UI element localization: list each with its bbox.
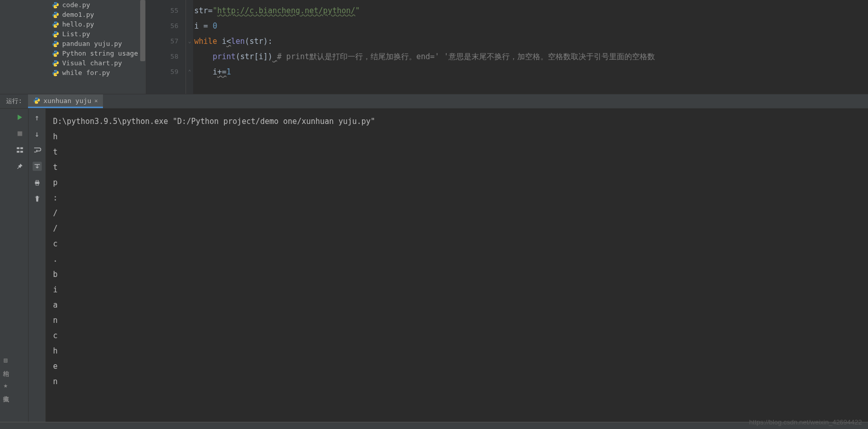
console-line: n	[53, 374, 868, 389]
console-line: :	[53, 190, 868, 206]
svg-rect-24	[36, 181, 38, 182]
svg-point-13	[56, 65, 57, 65]
favorites-tool-button[interactable]: ★ 收藏夹	[2, 381, 10, 391]
console-line: b	[53, 267, 868, 282]
layout-icon[interactable]	[15, 145, 24, 155]
line-number: 58	[146, 49, 178, 64]
console-line: a	[53, 297, 868, 313]
tree-file-item[interactable]: Python string usage method	[11, 48, 146, 58]
tree-file-item[interactable]: while for.py	[11, 68, 146, 78]
run-tab-label: xunhuan yuju	[43, 97, 91, 105]
tree-file-item[interactable]: hello.py	[11, 19, 146, 29]
console-line: p	[53, 175, 868, 190]
svg-rect-19	[16, 147, 19, 149]
scroll-to-end-icon[interactable]	[33, 162, 42, 171]
svg-point-2	[55, 12, 55, 13]
console-line: /	[53, 221, 868, 236]
code-line[interactable]: i = 0	[194, 18, 868, 34]
svg-rect-22	[20, 151, 22, 153]
console-section: ▤ 结构 ★ 收藏夹 ↑ ↓	[0, 109, 868, 422]
fold-marker[interactable]: ⌄	[186, 34, 193, 49]
console-line: e	[53, 359, 868, 374]
line-number: 55	[146, 3, 178, 18]
tree-file-label: hello.py	[62, 20, 94, 28]
fold-marker[interactable]: ⌃	[186, 64, 193, 80]
svg-point-6	[55, 32, 55, 32]
console-line: D:\python3.9.5\python.exe "D:/Python pro…	[53, 114, 868, 129]
code-line[interactable]: print(str[i]) # print默认是打印一行，结尾加换行。end='…	[194, 49, 868, 64]
close-icon[interactable]: ✕	[94, 97, 98, 104]
svg-rect-21	[16, 151, 19, 153]
line-number-gutter: 5556575859	[146, 0, 186, 94]
svg-point-11	[56, 55, 57, 56]
tree-file-item[interactable]: demo1.py	[11, 10, 146, 19]
python-file-icon	[33, 97, 40, 104]
up-arrow-icon[interactable]: ↑	[33, 113, 42, 122]
console-line: c	[53, 236, 868, 251]
svg-point-15	[56, 74, 57, 75]
python-file-icon	[52, 40, 59, 47]
svg-point-9	[56, 45, 57, 46]
console-line: /	[53, 206, 868, 221]
left-vertical-toolbar-bottom: ▤ 结构 ★ 收藏夹	[0, 109, 11, 422]
down-arrow-icon[interactable]: ↓	[33, 129, 42, 138]
trash-icon[interactable]	[33, 194, 42, 204]
python-file-icon	[52, 2, 59, 9]
svg-point-8	[55, 41, 55, 42]
code-line[interactable]: i+=1	[194, 64, 868, 80]
code-editor[interactable]: 5556575859 ⌄⌃ str="http://c.biancheng.ne…	[146, 0, 868, 94]
tree-file-label: code.py	[62, 1, 90, 9]
python-file-icon	[52, 50, 59, 57]
watermark-text: https://blog.csdn.net/weixin_42694422	[749, 418, 862, 426]
python-file-icon	[52, 11, 59, 18]
stop-icon[interactable]	[15, 129, 24, 138]
code-line[interactable]: str="http://c.biancheng.net/python/"	[194, 3, 868, 18]
svg-point-4	[55, 22, 55, 22]
console-line: i	[53, 282, 868, 297]
fold-marker	[186, 49, 193, 64]
fold-gutter[interactable]: ⌄⌃	[186, 0, 193, 94]
python-file-icon	[52, 31, 59, 38]
python-file-icon	[52, 21, 59, 28]
fold-marker	[186, 18, 193, 34]
tree-file-item[interactable]: panduan yuju.py	[11, 39, 146, 48]
console-line: n	[53, 313, 868, 328]
line-number: 56	[146, 18, 178, 34]
console-line: t	[53, 144, 868, 160]
tree-scrollbar[interactable]	[140, 0, 146, 71]
tree-file-label: Visual chart.py	[62, 59, 122, 67]
soft-wrap-icon[interactable]	[33, 145, 42, 155]
python-file-icon	[52, 60, 59, 67]
code-line[interactable]: while i<len(str):	[194, 34, 868, 49]
left-vertical-toolbar	[0, 0, 11, 94]
svg-point-16	[36, 98, 36, 98]
status-bar	[0, 422, 868, 429]
fold-marker	[186, 3, 193, 18]
console-line: c	[53, 328, 868, 343]
console-output[interactable]: D:\python3.9.5\python.exe "D:/Python pro…	[46, 109, 868, 422]
tree-file-label: List.py	[62, 30, 90, 38]
console-toolbar-primary	[11, 109, 29, 422]
tree-file-item[interactable]: code.py	[11, 0, 146, 10]
run-icon[interactable]	[15, 113, 24, 122]
tree-file-item[interactable]: Visual chart.py	[11, 58, 146, 68]
pin-icon[interactable]	[15, 162, 24, 171]
tree-file-item[interactable]: List.py	[11, 29, 146, 39]
tree-file-label: while for.py	[62, 69, 110, 77]
svg-point-12	[55, 61, 55, 61]
svg-rect-18	[17, 132, 22, 136]
console-line: t	[53, 160, 868, 175]
python-file-icon	[52, 69, 59, 77]
code-content[interactable]: str="http://c.biancheng.net/python/"i = …	[193, 0, 868, 94]
console-line: h	[53, 129, 868, 144]
console-line: .	[53, 251, 868, 267]
project-tree[interactable]: code.pydemo1.pyhello.pyList.pypanduan yu…	[11, 0, 146, 94]
svg-point-5	[56, 26, 57, 27]
print-icon[interactable]	[33, 178, 42, 187]
structure-tool-button[interactable]: ▤ 结构	[2, 357, 10, 366]
svg-point-17	[37, 103, 38, 103]
tree-file-label: Python string usage method	[62, 49, 146, 57]
svg-rect-20	[20, 147, 22, 149]
tree-scrollbar-thumb[interactable]	[140, 0, 145, 61]
run-tab-active[interactable]: xunhuan yuju ✕	[28, 94, 103, 108]
